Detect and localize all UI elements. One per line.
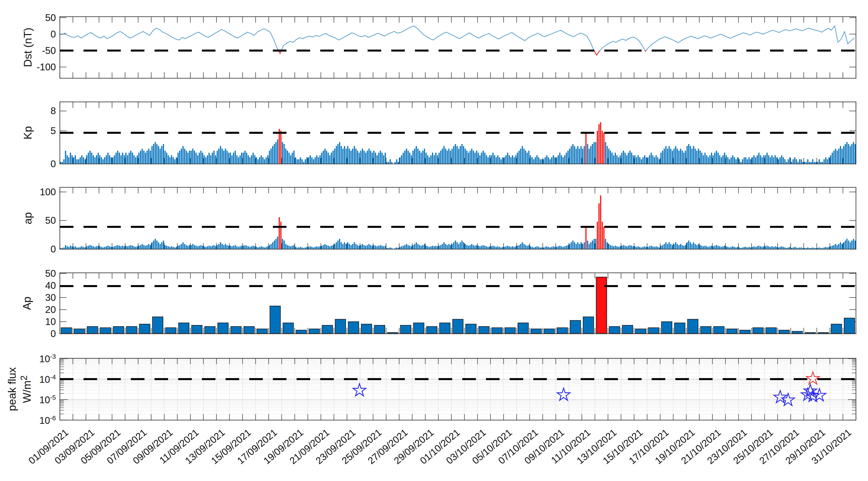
peak-flux-axis-title: peak flux W/m2 [6, 367, 34, 411]
y-tick-label: 100 [40, 187, 56, 197]
y-tick-label: 30 [45, 293, 56, 302]
y-tick-label: 8 [51, 106, 56, 116]
dst-axis-title-text: Dst (nT) [22, 28, 34, 67]
dst-axis-title: Dst (nT) [22, 28, 34, 67]
y-tick-label: 10-4 [39, 374, 56, 384]
daily-ap-axis-title: Ap [21, 296, 34, 310]
figure-canvas [0, 0, 868, 481]
geomagnetic-activity-figure: Dst (nT) Kp ap Ap peak flux W/m2 500-50-… [0, 0, 868, 481]
y-tick-label: 0 [51, 29, 56, 39]
y-tick-label: -50 [42, 46, 56, 56]
peak-flux-title-line1: peak flux [6, 367, 18, 411]
y-tick-label: 10 [45, 317, 56, 326]
ap-bars [60, 195, 856, 249]
y-tick-label: 50 [45, 13, 56, 23]
kp-bars [60, 122, 856, 164]
y-tick-label: 50 [45, 216, 56, 225]
y-tick-label: 20 [45, 305, 56, 315]
kp-axis-title: Kp [22, 126, 34, 139]
peak-flux-title-line2: W/m2 [21, 375, 33, 403]
y-tick-label: 40 [45, 281, 56, 290]
daily-ap-axis-title-text: Ap [21, 296, 33, 310]
kp-axis-title-text: Kp [22, 126, 34, 139]
y-tick-label: 0 [51, 159, 56, 169]
y-tick-label: 0 [51, 329, 56, 339]
y-tick-label: -100 [37, 62, 56, 72]
y-tick-label: 10-6 [39, 415, 56, 425]
flux-gridlines [60, 358, 856, 420]
y-tick-label: 5 [51, 126, 56, 136]
y-tick-label: 0 [51, 244, 56, 254]
y-tick-label: 50 [45, 269, 56, 278]
y-tick-label: 10-5 [39, 394, 56, 405]
ap-axis-title-text: ap [22, 212, 34, 224]
y-tick-label: 10-3 [39, 353, 56, 364]
ap-axis-title: ap [22, 212, 34, 224]
